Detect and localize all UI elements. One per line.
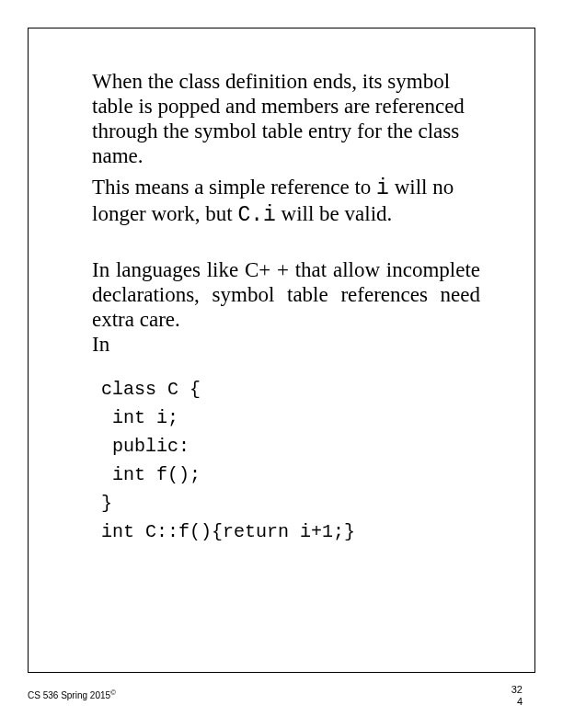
- footer-left: CS 536 Spring 2015©: [28, 688, 116, 700]
- code-line: int i;: [101, 407, 178, 428]
- text-span: will be valid.: [276, 202, 392, 225]
- code-line: int C::f(){return i+1;}: [101, 521, 355, 542]
- code-line: public:: [101, 436, 190, 457]
- paragraph-3: In languages like C+ + that allow incomp…: [92, 257, 480, 332]
- code-line: class C {: [101, 379, 201, 400]
- inline-code-ci: C.i: [237, 203, 275, 227]
- footer-right: 32 4: [511, 684, 523, 708]
- page-number-top: 32: [511, 684, 523, 696]
- code-line: int f();: [101, 464, 201, 485]
- slide-content: When the class definition ends, its symb…: [92, 69, 480, 546]
- code-line: }: [101, 493, 112, 514]
- page-number-bottom: 4: [511, 696, 523, 708]
- inline-code-i: i: [376, 176, 389, 200]
- paragraph-2: This means a simple reference to i will …: [92, 175, 480, 228]
- paragraph-1: When the class definition ends, its symb…: [92, 69, 480, 169]
- copyright-symbol: ©: [110, 688, 116, 697]
- course-label: CS 536 Spring 2015: [28, 690, 110, 700]
- text-span: This means a simple reference to: [92, 176, 376, 199]
- paragraph-3b: In: [92, 332, 480, 357]
- code-block: class C { int i; public: int f(); } int …: [101, 375, 480, 546]
